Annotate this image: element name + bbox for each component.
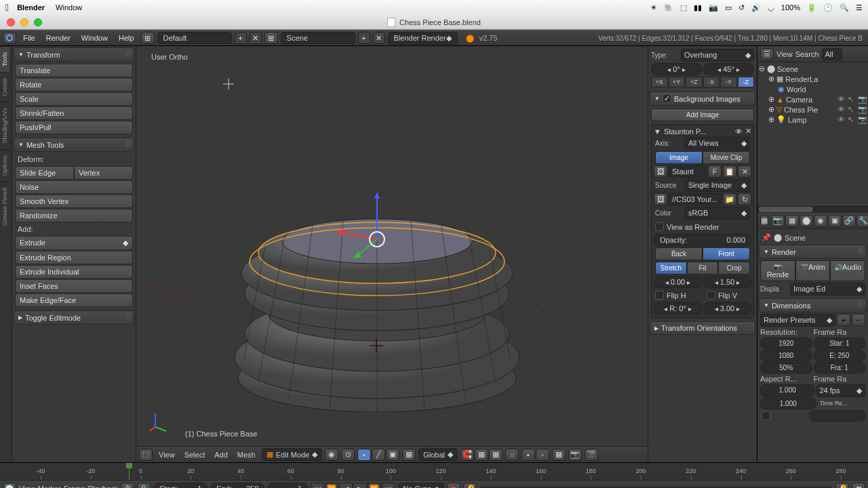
make-edge-face-button[interactable]: Make Edge/Face [15,293,133,307]
bg-unlink-button[interactable]: 📋 [723,165,736,178]
inset-faces-button[interactable]: Inset Faces [15,279,133,293]
extrude-individual-button[interactable]: Extrude Individual [15,265,133,279]
preset-add-button[interactable]: + [837,314,850,326]
snap-toggle-button[interactable]: 🧲 [460,449,474,461]
render-panel-header[interactable]: ▼Render⠿ [759,245,867,259]
outliner-tree[interactable]: ⊖⬤Scene ⊕▦RenderLa ◉World ⊕▲Camera👁↖📷 ⊕▽… [757,62,868,205]
bg-path-icon[interactable]: 🖼 [654,193,667,205]
preset-remove-button[interactable]: − [852,314,865,326]
vertex-select-button[interactable]: ▪ [357,449,371,461]
render-presets-select[interactable]: Render Presets◆ [760,314,835,327]
mode-dropdown[interactable]: ▦Edit Mode◆ [262,448,323,461]
res-y-field[interactable]: 1080 [760,350,812,361]
view-as-render-check[interactable]: View as Render [654,221,751,232]
tab-options[interactable]: Options [0,149,9,182]
bg-crop-button[interactable]: Crop [718,262,750,274]
axis-pz[interactable]: +Z [686,77,703,87]
mesh-visible-toggle[interactable]: 👁 [837,105,846,114]
bg-image-expand[interactable]: ▼ [654,127,661,136]
lamp-select-toggle[interactable]: ↖ [848,115,856,124]
extrude-dropdown[interactable]: Extrude◆ [15,236,133,250]
props-context-world[interactable]: ◉ [814,215,827,227]
shading-solid-button[interactable]: ◉ [325,449,338,461]
lamp-item[interactable]: Lamp [788,116,807,124]
bg-back-button[interactable]: Back [655,247,703,260]
display-select[interactable]: Image Ed◆ [790,283,865,296]
bg-open-button[interactable]: 📁 [723,193,736,205]
pin-icon[interactable]: 📌 [762,233,771,242]
axis-px[interactable]: +X [651,77,668,87]
props-context-constraint[interactable]: 🔗 [842,215,856,227]
file-menu[interactable]: File [19,34,39,42]
timeline-cursor[interactable] [129,463,130,480]
world-item[interactable]: World [787,85,806,94]
bg-f-button[interactable]: F [708,165,722,178]
bg-remove-button[interactable]: ✕ [738,165,751,178]
tab-create[interactable]: Create [0,72,9,102]
layout-add-button[interactable]: + [235,32,247,44]
3d-viewport[interactable]: User Ortho (1) Chess Piece Base [136,46,648,462]
scene-browse-button[interactable]: ⊞ [264,32,278,44]
limit-selection-button[interactable]: ▦ [402,449,416,461]
scene-breadcrumb[interactable]: Scene [785,234,806,242]
bg-color-select[interactable]: sRGB◆ [685,207,750,220]
delete-key-button[interactable]: ✖ [852,483,865,488]
aspect-x-field[interactable]: 1.000 [760,384,815,397]
select-menu[interactable]: Select [181,451,209,459]
face-select-button[interactable]: ▣ [386,449,399,461]
bg-browse-icon[interactable]: 🖼 [654,165,667,178]
outliner-display-select[interactable]: All [822,48,842,60]
tl-lock-button[interactable]: 🔒 [137,483,151,488]
play-button[interactable]: ▶ [353,483,367,488]
tl-end-field[interactable]: End:250 [210,483,264,488]
bg-size-field[interactable]: ◂ 3.00 ▸ [703,302,751,314]
bg-image-tab[interactable]: Image [655,151,703,164]
sync-dropdown[interactable]: No Sync◆ [398,483,444,489]
auto-keyframe-button[interactable]: ⏺ [447,483,460,488]
camera-item[interactable]: Camera [786,96,812,104]
status-dropbox-icon[interactable]: ⬚ [680,3,687,12]
chess-piece-item[interactable]: Chess Pie [784,106,818,114]
status-wifi-icon[interactable]: ◡ [768,3,774,12]
editor-type-button[interactable] [3,32,16,44]
tl-frame-menu[interactable]: Frame [64,485,85,488]
pivot-button[interactable]: ⊙ [341,449,355,461]
bg-source-select[interactable]: Single Image◆ [685,179,750,192]
window-menu[interactable]: Window [56,3,82,12]
view-menu[interactable]: View [155,451,178,459]
animation-button[interactable]: 🎬Anim [795,260,831,281]
app-menu[interactable]: Blender [17,3,45,12]
tl-marker-menu[interactable]: Marker [38,485,61,488]
status-bars-icon[interactable]: ▮▮ [694,3,702,12]
viewport-editor-type[interactable]: ⬚ [139,449,153,461]
bg-stretch-button[interactable]: Stretch [655,262,687,274]
layer-1-button[interactable]: ▪ [521,449,535,461]
tl-current-field[interactable]: 1 [267,483,308,488]
translate-button[interactable]: Translate [15,64,133,77]
flip-h-check[interactable]: Flip H [654,289,700,301]
render-button[interactable]: 📷Rende [760,260,795,281]
snap-type-button[interactable]: ▦ [475,449,488,461]
prev-keyframe-button[interactable]: ⏪ [325,483,338,488]
bg-front-button[interactable]: Front [703,247,750,260]
outliner-scrollbar[interactable] [757,205,868,213]
status-sun-icon[interactable]: ☀ [650,3,657,12]
bg-fit-button[interactable]: Fit [687,262,719,274]
status-camera-icon[interactable]: 📷 [709,3,718,12]
maximize-window-button[interactable] [34,18,42,26]
add-image-button[interactable]: Add Image [651,108,754,121]
angle-max-field[interactable]: ◂ 45° ▸ [703,63,754,75]
camera-visible-toggle[interactable]: 👁 [837,95,846,104]
rotate-button[interactable]: Rotate [15,78,133,92]
flip-v-check[interactable]: Flip V [705,289,751,301]
tl-start-field[interactable]: Start:1 [153,483,208,488]
axis-ny[interactable]: -Y [720,77,737,87]
jump-start-button[interactable]: ⏮ [311,483,324,488]
smooth-vertex-button[interactable]: Smooth Vertex [15,195,133,208]
transform-orientations-header[interactable]: ▶Transform Orientations [650,321,755,335]
edge-select-button[interactable]: ╱ [372,449,385,461]
aspect-y-field[interactable]: 1.000 [760,398,816,409]
clock-icon[interactable]: 🕐 [823,3,833,12]
frame-start-field[interactable]: Star: 1 [814,338,866,349]
orientation-dropdown[interactable]: Global◆ [418,448,458,461]
